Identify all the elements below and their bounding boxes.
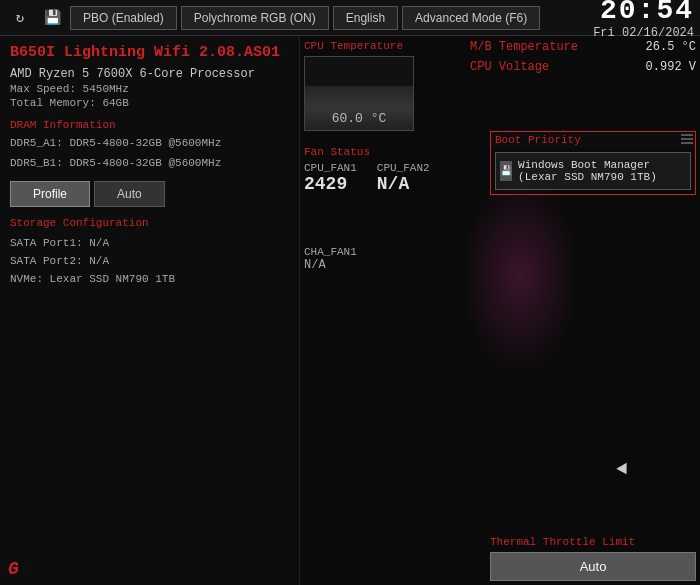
boot-item-icon: 💾 <box>500 161 512 181</box>
auto-button[interactable]: Auto <box>94 181 165 207</box>
cpu-temp-label: CPU Temperature <box>304 40 464 52</box>
mb-temp-label: M/B Temperature <box>470 40 578 54</box>
temp-gradient <box>305 86 413 130</box>
profile-button[interactable]: Profile <box>10 181 90 207</box>
thermal-auto-button[interactable]: Auto <box>490 552 696 581</box>
refresh-icon[interactable]: ↻ <box>6 4 34 32</box>
board-title: B650I Lightning Wifi 2.08.AS01 <box>10 44 289 61</box>
mb-temp-row: M/B Temperature 26.5 °C <box>470 40 696 54</box>
cpu-voltage-label: CPU Voltage <box>470 60 549 74</box>
dram-section-title: DRAM Information <box>10 119 289 131</box>
main-area: B650I Lightning Wifi 2.08.AS01 AMD Ryzen… <box>0 36 700 585</box>
mouse-cursor <box>616 463 631 478</box>
light-effect <box>460 176 580 376</box>
cpu-fan1-col: CPU_FAN1 2429 <box>304 162 357 194</box>
mb-temp-value: 26.5 °C <box>646 40 696 54</box>
max-speed: Max Speed: 5450MHz <box>10 83 289 95</box>
boot-priority-section: Boot Priority 💾 Windows Boot Manager (Le… <box>490 131 696 195</box>
cpu-fan1-label: CPU_FAN1 <box>304 162 357 174</box>
thermal-section: Thermal Throttle Limit Auto <box>490 536 696 581</box>
pbo-button[interactable]: PBO (Enabled) <box>70 6 177 30</box>
clock-time: 20:54 <box>600 0 694 26</box>
boot-priority-title: Boot Priority <box>491 132 695 148</box>
cpu-fan2-label: CPU_FAN2 <box>377 162 430 174</box>
boot-item-label: Windows Boot Manager (Lexar SSD NM790 1T… <box>518 159 686 183</box>
profile-row: Profile Auto <box>10 181 289 207</box>
right-panel: CPU Temperature 60.0 °C M/B Temperature … <box>300 36 700 585</box>
polychrome-button[interactable]: Polychrome RGB (ON) <box>181 6 329 30</box>
sata1: SATA Port1: N/A <box>10 237 289 249</box>
cpu-name: AMD Ryzen 5 7600X 6-Core Processor <box>10 67 289 81</box>
mb-info: M/B Temperature 26.5 °C CPU Voltage 0.99… <box>470 40 696 80</box>
cha-fan1-value: N/A <box>304 258 357 272</box>
cpu-voltage-row: CPU Voltage 0.992 V <box>470 60 696 74</box>
dram-a1: DDR5_A1: DDR5-4800-32GB @5600MHz <box>10 137 289 149</box>
dram-b1: DDR5_B1: DDR5-4800-32GB @5600MHz <box>10 157 289 169</box>
nvme: NVMe: Lexar SSD NM790 1TB <box>10 273 289 285</box>
cpu-temp-section: CPU Temperature 60.0 °C <box>304 40 464 131</box>
boot-item[interactable]: 💾 Windows Boot Manager (Lexar SSD NM790 … <box>495 152 691 190</box>
clock-area: 20:54 Fri 02/16/2024 <box>590 0 694 40</box>
asrock-logo: G <box>8 559 19 579</box>
storage-section-title: Storage Configuration <box>10 217 289 229</box>
language-button[interactable]: English <box>333 6 398 30</box>
cpu-temp-box: 60.0 °C <box>304 56 414 131</box>
cpu-fan1-value: 2429 <box>304 174 357 194</box>
cpu-fan2-value: N/A <box>377 174 430 194</box>
mode-button[interactable]: Advanced Mode (F6) <box>402 6 540 30</box>
cpu-voltage-value: 0.992 V <box>646 60 696 74</box>
boot-lines <box>681 134 693 144</box>
cha-fan1-label: CHA_FAN1 <box>304 246 357 258</box>
toolbar: ↻ 💾 PBO (Enabled) Polychrome RGB (ON) En… <box>0 0 700 36</box>
thermal-label: Thermal Throttle Limit <box>490 536 696 548</box>
cha-fan-section: CHA_FAN1 N/A <box>304 246 357 272</box>
total-memory: Total Memory: 64GB <box>10 97 289 109</box>
save-icon[interactable]: 💾 <box>38 4 66 32</box>
left-panel: B650I Lightning Wifi 2.08.AS01 AMD Ryzen… <box>0 36 300 585</box>
sata2: SATA Port2: N/A <box>10 255 289 267</box>
cpu-fan2-col: CPU_FAN2 N/A <box>377 162 430 194</box>
storage-section: SATA Port1: N/A SATA Port2: N/A NVMe: Le… <box>10 237 289 285</box>
